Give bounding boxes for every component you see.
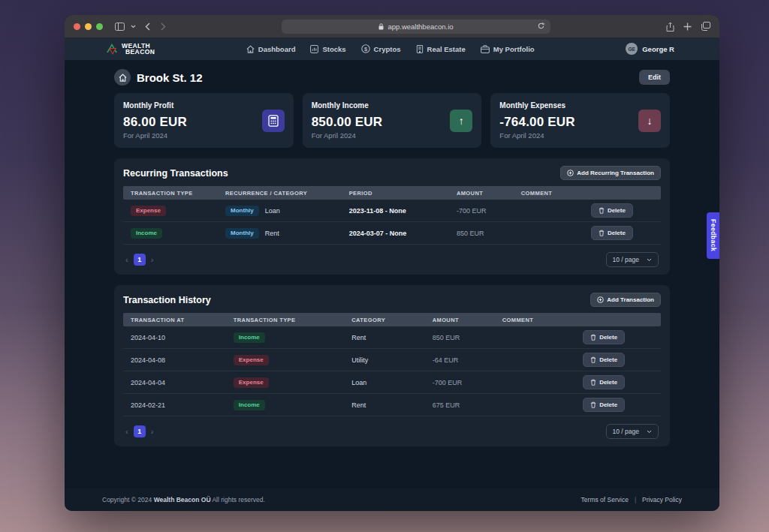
- window-controls: [74, 23, 103, 30]
- amount-value: 850 EUR: [457, 230, 521, 237]
- page-title: Brook St. 12: [137, 71, 633, 84]
- bar-chart-icon: [310, 45, 318, 53]
- delete-button[interactable]: Delete: [583, 375, 625, 389]
- arrow-down-icon: ↓: [638, 110, 661, 132]
- monthly-income-value: 850.00 EUR: [312, 115, 451, 130]
- forward-button[interactable]: [161, 23, 166, 31]
- terms-of-service-link[interactable]: Terms of Service: [581, 496, 629, 503]
- plus-circle-icon: [597, 296, 604, 303]
- brand-logo[interactable]: WEALTH BEACON: [107, 43, 155, 55]
- nav-item-my-portfolio[interactable]: My Portfolio: [481, 44, 535, 53]
- brand-triangles-icon: [107, 43, 119, 55]
- app-navbar: WEALTH BEACON Dashboard Stocks: [65, 38, 719, 60]
- monthly-expenses-card: Monthly Expenses -764.00 EUR For April 2…: [490, 93, 670, 148]
- user-avatar: GE: [626, 43, 638, 55]
- transaction-type-badge: Income: [234, 332, 265, 343]
- category-label: Rent: [265, 229, 279, 236]
- prev-page-button[interactable]: ‹: [125, 256, 128, 264]
- page-1-button[interactable]: 1: [134, 254, 146, 266]
- house-icon: [114, 69, 131, 86]
- pagination: ‹ 1 › 10 / page: [123, 252, 661, 267]
- stat-cards: Monthly Profit 86.00 EUR For April 2024 …: [114, 93, 670, 148]
- amount-value: -64 EUR: [433, 356, 502, 364]
- category-label: Utility: [351, 356, 432, 364]
- edit-button[interactable]: Edit: [639, 70, 670, 85]
- nav-menu: Dashboard Stocks $ Cryptos: [246, 44, 535, 53]
- main-content: Brook St. 12 Edit Monthly Profit 86.00 E…: [65, 60, 719, 446]
- next-page-button[interactable]: ›: [151, 256, 154, 264]
- transaction-date: 2024-04-08: [123, 356, 234, 364]
- add-recurring-transaction-button[interactable]: Add Recurring Transaction: [560, 166, 661, 180]
- recurring-transactions-section: Recurring Transactions Add Recurring Tra…: [114, 158, 670, 275]
- chevron-down-icon[interactable]: [131, 25, 136, 29]
- amount-value: -700 EUR: [457, 207, 521, 215]
- transaction-type-badge: Expense: [131, 206, 166, 216]
- period-value: 2023-11-08 - None: [349, 207, 457, 215]
- nav-item-cryptos[interactable]: $ Cryptos: [361, 44, 401, 53]
- tab-overview-icon[interactable]: [701, 22, 710, 31]
- browser-window: app.wealthbeacon.io: [65, 15, 719, 511]
- transaction-type-badge: Income: [131, 228, 162, 239]
- period-value: 2024-03-07 - None: [349, 230, 457, 237]
- sidebar-toggle-icon[interactable]: [115, 23, 125, 31]
- page-1-button[interactable]: 1: [134, 425, 146, 437]
- recurrence-badge: Monthly: [225, 228, 259, 239]
- privacy-policy-link[interactable]: Privacy Policy: [642, 496, 682, 503]
- amount-value: 850 EUR: [433, 334, 502, 341]
- brand-name: WEALTH BEACON: [122, 43, 155, 55]
- user-menu[interactable]: GE George R: [626, 43, 674, 55]
- pagination: ‹ 1 › 10 / page: [123, 424, 661, 439]
- minimize-window-button[interactable]: [85, 23, 92, 30]
- amount-value: 675 EUR: [433, 401, 502, 409]
- table-header-row: TRANSACTION TYPE RECURRENCE / CATEGORY P…: [123, 186, 661, 200]
- new-tab-icon[interactable]: [683, 23, 692, 31]
- copyright-text: Copyright © 2024 Wealth Beacon OÜ All ri…: [102, 496, 265, 503]
- prev-page-button[interactable]: ‹: [125, 428, 128, 436]
- transaction-date: 2024-02-21: [123, 401, 234, 409]
- table-row: 2024-02-21 Income Rent 675 EUR Delete: [123, 394, 661, 416]
- back-button[interactable]: [145, 23, 150, 31]
- reload-icon[interactable]: [537, 22, 545, 30]
- feedback-button[interactable]: Feedback: [707, 212, 719, 259]
- chevron-down-icon: [647, 258, 652, 262]
- monthly-profit-value: 86.00 EUR: [123, 115, 262, 130]
- svg-text:$: $: [364, 46, 368, 53]
- user-name: George R: [642, 45, 674, 53]
- category-label: Rent: [351, 401, 432, 409]
- url-text: app.wealthbeacon.io: [388, 23, 453, 31]
- monthly-income-card: Monthly Income 850.00 EUR For April 2024…: [303, 93, 482, 148]
- delete-button[interactable]: Delete: [583, 398, 625, 412]
- transaction-date: 2024-04-10: [123, 334, 234, 341]
- page-footer: Copyright © 2024 Wealth Beacon OÜ All ri…: [65, 488, 719, 511]
- building-icon: [416, 45, 424, 53]
- desktop-background: app.wealthbeacon.io: [0, 0, 769, 532]
- monthly-expenses-value: -764.00 EUR: [499, 115, 638, 130]
- table-header-row: TRANSACTION AT TRANSACTION TYPE CATEGORY…: [123, 313, 661, 326]
- nav-item-dashboard[interactable]: Dashboard: [246, 44, 296, 53]
- recurrence-badge: Monthly: [225, 206, 259, 216]
- close-window-button[interactable]: [74, 23, 80, 30]
- transaction-history-section: Transaction History Add Transaction TRAN…: [114, 285, 670, 446]
- home-icon: [246, 45, 255, 53]
- page-size-select[interactable]: 10 / page: [606, 424, 659, 439]
- address-bar[interactable]: app.wealthbeacon.io: [282, 20, 550, 34]
- next-page-button[interactable]: ›: [151, 428, 154, 436]
- transaction-date: 2024-04-04: [123, 379, 234, 386]
- table-row: Expense MonthlyLoan 2023-11-08 - None -7…: [123, 200, 661, 222]
- delete-button[interactable]: Delete: [583, 330, 625, 344]
- add-transaction-button[interactable]: Add Transaction: [590, 293, 661, 307]
- share-icon[interactable]: [666, 22, 674, 32]
- category-label: Loan: [265, 206, 280, 214]
- dollar-circle-icon: $: [361, 44, 370, 53]
- page-size-select[interactable]: 10 / page: [606, 252, 659, 267]
- transaction-type-badge: Income: [234, 400, 265, 410]
- property-header: Brook St. 12 Edit: [114, 69, 670, 86]
- delete-button[interactable]: Delete: [591, 226, 633, 240]
- chevron-down-icon: [647, 430, 652, 434]
- delete-button[interactable]: Delete: [583, 353, 625, 367]
- delete-button[interactable]: Delete: [591, 203, 633, 218]
- nav-item-real-estate[interactable]: Real Estate: [416, 44, 466, 53]
- section-title: Recurring Transactions: [123, 168, 228, 179]
- zoom-window-button[interactable]: [96, 23, 103, 30]
- nav-item-stocks[interactable]: Stocks: [310, 44, 345, 53]
